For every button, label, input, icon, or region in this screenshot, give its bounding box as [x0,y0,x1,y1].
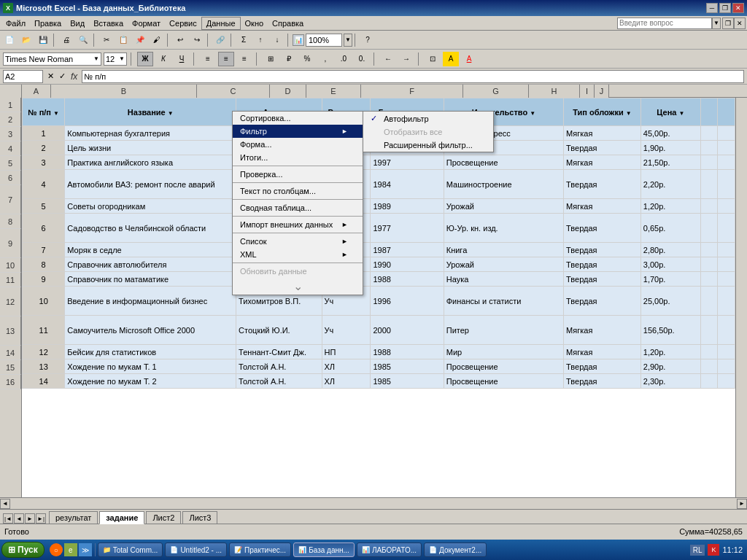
cell-c14[interactable]: Толстой А.Н. [236,359,322,374]
cell-d14[interactable]: ХЛ [322,359,371,374]
cell-g15[interactable]: Твердая [564,374,641,389]
col-header-c[interactable]: C [197,85,270,98]
taskbar-app-untitled[interactable]: 📄 Untitled2 - ... [165,542,227,557]
align-left-button[interactable]: ≡ [200,52,216,66]
copy-button[interactable]: 📋 [115,32,131,48]
cell-e5[interactable]: 1984 [371,170,444,199]
cell-e14[interactable]: 1985 [371,359,444,374]
taskbar-app-total-comm[interactable]: 📁 Total Comm... [98,542,163,557]
cell-f12[interactable]: Питер [444,316,563,345]
hyperlink-button[interactable]: 🔗 [212,32,228,48]
prev-tab-button[interactable]: ◄ [14,513,24,524]
font-name-box[interactable]: Times New Roman ▼ [3,52,101,66]
show-all-item[interactable]: Отобразить все [363,125,493,139]
cell-f13[interactable]: Мир [444,345,563,359]
cell-e9[interactable]: 1990 [371,257,444,272]
sort-asc-button[interactable]: ↑ [252,32,268,48]
cell-f7[interactable]: Ю-Ур. кн. изд. [444,214,563,243]
cell-g13[interactable]: Мягкая [564,345,641,359]
menu-more-button[interactable]: ⌄ [233,278,363,295]
cell-a5[interactable]: 4 [23,170,65,199]
new-button[interactable]: 📄 [1,32,18,48]
cell-a14[interactable]: 13 [23,359,65,374]
advanced-filter-item[interactable]: Расширенный фильтр... [363,139,493,152]
col-header-e[interactable]: E [306,85,361,98]
open-button[interactable]: 📂 [18,32,34,48]
cell-c13[interactable]: Теннант-Смит Дж. [236,345,322,359]
cell-a10[interactable]: 9 [23,272,65,287]
cell-e15[interactable]: 1985 [371,374,444,389]
cell-g3[interactable]: Твердая [564,141,641,155]
cell-e10[interactable]: 1988 [371,272,444,287]
firefox-icon[interactable]: ○ [50,543,63,556]
start-button[interactable]: ⊞ Пуск [1,542,44,558]
print-button[interactable]: 🖨 [58,32,74,48]
sum-button[interactable]: Σ [236,32,252,48]
cell-c15[interactable]: Толстой А.Н. [236,374,322,389]
cell-h14[interactable]: 2,90р. [640,359,700,374]
cell-a6[interactable]: 5 [23,199,65,214]
cell-d15[interactable]: ХЛ [322,374,371,389]
dropdown-arrow-f1[interactable]: ▼ [530,109,535,116]
cell-e11[interactable]: 1996 [371,287,444,316]
cell-e8[interactable]: 1987 [371,243,444,257]
scroll-left-button[interactable]: ◄ [0,499,10,509]
cell-b7[interactable]: Садоводство в Челябинской области [65,214,236,243]
col-header-h[interactable]: H [529,85,580,98]
window-close-small-button[interactable]: ✕ [734,18,746,29]
menu-file[interactable]: Файл [1,18,30,29]
cell-h7[interactable]: 0,65р. [640,214,700,243]
horizontal-scrollbar[interactable]: ◄ ► [0,497,747,509]
menu-totals[interactable]: Итоги... [233,151,363,164]
cell-h4[interactable]: 21,50р. [640,155,700,170]
confirm-formula-button[interactable]: ✓ [57,71,67,81]
redo-button[interactable]: ↪ [189,32,205,48]
menu-data[interactable]: Данные [201,17,241,30]
dropdown-arrow-b1[interactable]: ▼ [168,109,174,116]
menu-list[interactable]: Список ► [233,235,363,248]
vertical-scrollbar[interactable] [735,98,747,497]
cell-a11[interactable]: 10 [23,287,65,316]
percent-button[interactable]: % [299,52,315,66]
font-size-box[interactable]: 12 ▼ [104,52,127,66]
cell-b15[interactable]: Хождение по мукам Т. 2 [65,374,236,389]
cell-f6[interactable]: Урожай [444,199,563,214]
cell-g2[interactable]: Мягкая [564,126,641,141]
menu-format[interactable]: Формат [128,18,165,29]
cell-g11[interactable]: Твердая [564,287,641,316]
cell-e6[interactable]: 1989 [371,199,444,214]
menu-help[interactable]: Справка [268,18,308,29]
tab-list2[interactable]: Лист2 [146,511,181,524]
cell-reference-box[interactable]: A2 [3,70,43,83]
cell-g5[interactable]: Твердая [564,170,641,199]
search-dropdown-button[interactable]: ▼ [712,18,721,29]
paste-button[interactable]: 📌 [132,32,148,48]
lang-indicator[interactable]: RL [690,545,705,556]
underline-button[interactable]: Ч [174,52,190,66]
cell-a2[interactable]: 1 [23,126,65,141]
cell-g4[interactable]: Мягкая [564,155,641,170]
cell-f4[interactable]: Просвещение [444,155,563,170]
menu-sort[interactable]: Сортировка... [233,112,363,125]
first-tab-button[interactable]: |◄ [3,513,13,524]
cell-a12[interactable]: 11 [23,316,65,345]
print-preview-button[interactable]: 🔍 [75,32,91,48]
cell-b3[interactable]: Цель жизни [65,141,236,155]
cell-e12[interactable]: 2000 [371,316,444,345]
cell-f14[interactable]: Просвещение [444,359,563,374]
cell-b1[interactable]: Название ▼ [65,98,236,126]
align-right-button[interactable]: ≡ [236,52,252,66]
menu-filter[interactable]: Фильтр ► [233,125,363,138]
cell-f11[interactable]: Финансы и статисти [444,287,563,316]
cell-h3[interactable]: 1,90р. [640,141,700,155]
cell-h11[interactable]: 25,00р. [640,287,700,316]
restore-button[interactable]: ❐ [719,3,731,13]
cell-e4[interactable]: 1997 [371,155,444,170]
col-header-j[interactable]: J [595,85,609,98]
autofilter-item[interactable]: ✓ Автофильтр [363,112,493,125]
tab-rezultat[interactable]: результат [49,511,98,524]
bold-button[interactable]: Ж [137,52,153,66]
cell-e13[interactable]: 1988 [371,345,444,359]
cell-h12[interactable]: 156,50р. [640,316,700,345]
cell-a13[interactable]: 12 [23,345,65,359]
